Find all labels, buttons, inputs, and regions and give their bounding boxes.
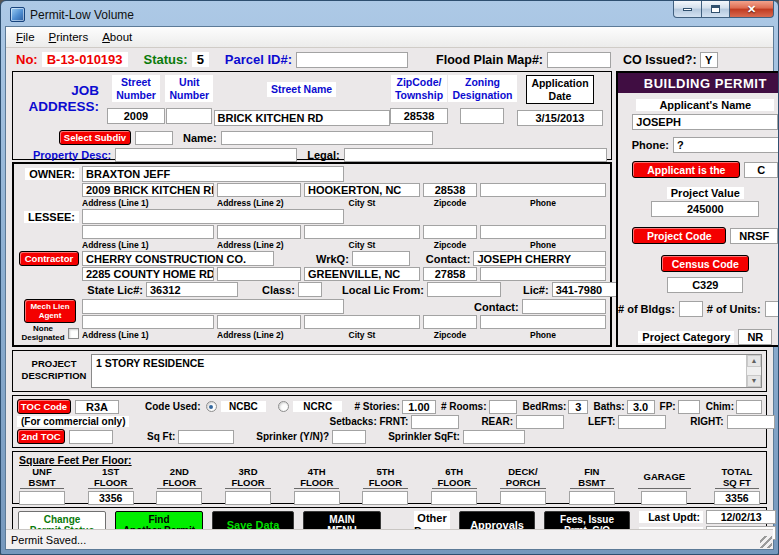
applicant-is-input[interactable]: C bbox=[744, 162, 778, 178]
num-bldgs-input[interactable] bbox=[679, 301, 703, 317]
mech-lien-agent-button[interactable]: Mech LienAgent bbox=[24, 299, 76, 323]
class-input[interactable] bbox=[298, 282, 322, 297]
baths-input[interactable]: 3.0 bbox=[627, 400, 655, 414]
floor-value-input[interactable] bbox=[569, 491, 615, 505]
setback-rear-input[interactable] bbox=[516, 415, 564, 429]
setback-right-input[interactable] bbox=[727, 415, 775, 429]
property-desc-input[interactable] bbox=[115, 148, 297, 162]
scroll-down-icon[interactable]: ▼ bbox=[747, 375, 761, 387]
floor-value-input[interactable] bbox=[19, 491, 65, 505]
mech-addr2-input[interactable] bbox=[217, 315, 301, 329]
title-bar[interactable]: Permit-Low Volume ✕ bbox=[5, 1, 774, 26]
floor-value-input[interactable]: 3356 bbox=[88, 491, 134, 505]
lessee-name-input[interactable] bbox=[82, 209, 344, 224]
num-units-input[interactable] bbox=[765, 301, 779, 317]
minimize-button[interactable] bbox=[673, 1, 702, 18]
state-lic-input[interactable]: 36312 bbox=[146, 282, 238, 297]
zoning-input[interactable] bbox=[460, 108, 504, 124]
unit-number-input[interactable] bbox=[166, 108, 212, 124]
maximize-button[interactable] bbox=[702, 1, 729, 18]
project-category-input[interactable]: NR bbox=[738, 329, 772, 345]
census-code-input[interactable]: C329 bbox=[667, 277, 743, 293]
floor-value-input[interactable] bbox=[225, 491, 271, 505]
contractor-contact-input[interactable]: JOSEPH CHERRY bbox=[473, 251, 606, 266]
wrkq-input[interactable] bbox=[352, 251, 410, 266]
ncrc-radio[interactable] bbox=[278, 401, 289, 412]
resize-grip[interactable] bbox=[760, 536, 772, 548]
contractor-zip-input[interactable]: 27858 bbox=[423, 267, 477, 281]
subdiv-code-input[interactable] bbox=[135, 131, 173, 145]
none-designated-checkbox[interactable] bbox=[68, 328, 79, 339]
applicant-name-input[interactable]: JOSEPH bbox=[632, 114, 778, 130]
mech-contact-input[interactable] bbox=[522, 299, 606, 314]
project-code-button[interactable]: Project Code bbox=[632, 227, 726, 244]
local-lic-input[interactable] bbox=[427, 282, 501, 297]
contractor-addr2-input[interactable] bbox=[217, 267, 301, 281]
mech-addr1-input[interactable] bbox=[82, 315, 214, 329]
co-issued-input[interactable]: Y bbox=[700, 52, 718, 68]
project-code-input[interactable]: NRSF bbox=[730, 228, 778, 244]
close-button[interactable]: ✕ bbox=[729, 1, 774, 18]
floor-value-input[interactable] bbox=[431, 491, 477, 505]
owner-addr2-input[interactable] bbox=[217, 183, 301, 197]
total-sqft-input[interactable]: 3356 bbox=[714, 491, 760, 505]
sprinkler-yn-input[interactable] bbox=[332, 430, 366, 444]
subdiv-name-input[interactable] bbox=[221, 131, 433, 145]
chim-input[interactable] bbox=[736, 400, 762, 414]
toc-code-input[interactable]: R3A bbox=[75, 400, 119, 414]
contractor-phone-input[interactable] bbox=[480, 267, 606, 281]
second-toc-button[interactable]: 2nd TOC bbox=[17, 429, 65, 444]
lessee-phone-input[interactable] bbox=[480, 225, 606, 239]
bedrms-input[interactable]: 3 bbox=[568, 400, 588, 414]
census-code-button[interactable]: Census Code bbox=[661, 255, 749, 272]
floor-value-input[interactable] bbox=[500, 491, 546, 505]
second-toc-input[interactable] bbox=[69, 430, 113, 444]
contractor-name-input[interactable]: CHERRY CONSTRUCTION CO. bbox=[82, 251, 274, 266]
lessee-addr2-input[interactable] bbox=[217, 225, 301, 239]
contractor-addr1-input[interactable]: 2285 COUNTY HOME RD bbox=[82, 267, 214, 281]
select-subdiv-button[interactable]: Select Subdiv bbox=[59, 130, 131, 145]
application-date-input[interactable]: 3/15/2013 bbox=[517, 110, 603, 126]
lessee-city-input[interactable] bbox=[304, 225, 420, 239]
contractor-city-input[interactable]: GREENVILLE, NC bbox=[304, 267, 420, 281]
legal-input[interactable] bbox=[344, 148, 607, 162]
scroll-up-icon[interactable]: ▲ bbox=[747, 355, 761, 367]
menu-file[interactable]: File bbox=[9, 29, 42, 45]
parcel-id-input[interactable] bbox=[296, 52, 408, 68]
floor-value-input[interactable] bbox=[641, 491, 687, 505]
floor-value-input[interactable] bbox=[156, 491, 202, 505]
street-number-input[interactable]: 2009 bbox=[107, 108, 165, 124]
mech-zip-input[interactable] bbox=[423, 315, 477, 329]
owner-addr1-input[interactable]: 2009 BRICK KITCHEN RD bbox=[82, 183, 214, 197]
mech-phone-input[interactable] bbox=[480, 315, 606, 329]
project-description-input[interactable]: 1 STORY RESIDENCE bbox=[92, 355, 746, 387]
zipcode-input[interactable]: 28538 bbox=[390, 108, 448, 124]
phone-input[interactable]: ? bbox=[673, 137, 779, 153]
owner-phone-input[interactable] bbox=[480, 183, 606, 197]
fp-input[interactable] bbox=[678, 400, 700, 414]
lessee-addr1-input[interactable] bbox=[82, 225, 214, 239]
setback-front-input[interactable] bbox=[411, 415, 459, 429]
lessee-zip-input[interactable] bbox=[423, 225, 477, 239]
sqft-input[interactable] bbox=[178, 430, 234, 444]
mech-name-input[interactable] bbox=[82, 299, 344, 314]
sprinkler-sqft-input[interactable] bbox=[463, 430, 525, 444]
ncbc-radio[interactable] bbox=[206, 401, 217, 412]
stories-input[interactable]: 1.00 bbox=[402, 400, 436, 414]
floor-value-input[interactable] bbox=[294, 491, 340, 505]
owner-name-input[interactable]: BRAXTON JEFF bbox=[82, 166, 344, 182]
owner-city-input[interactable]: HOOKERTON, NC bbox=[304, 183, 420, 197]
menu-printers[interactable]: Printers bbox=[42, 29, 96, 45]
menu-about[interactable]: About bbox=[95, 29, 139, 45]
street-name-input[interactable]: BRICK KITCHEN RD bbox=[214, 110, 390, 126]
floor-value-input[interactable] bbox=[362, 491, 408, 505]
description-scrollbar[interactable]: ▲ ▼ bbox=[746, 355, 761, 387]
applicant-is-the-button[interactable]: Applicant is the bbox=[632, 161, 740, 178]
rooms-input[interactable] bbox=[489, 400, 517, 414]
owner-zip-input[interactable]: 28538 bbox=[423, 183, 477, 197]
toc-code-button[interactable]: TOC Code bbox=[17, 399, 71, 414]
flood-plain-input[interactable] bbox=[547, 52, 611, 68]
setback-left-input[interactable] bbox=[618, 415, 666, 429]
project-value-input[interactable]: 245000 bbox=[651, 201, 759, 217]
contractor-button[interactable]: Contractor bbox=[19, 251, 79, 266]
